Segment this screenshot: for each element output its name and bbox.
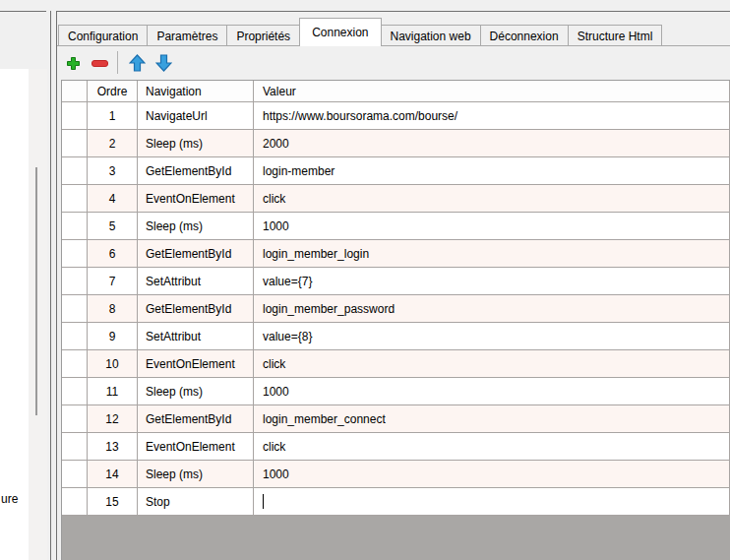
row-header-cell[interactable] xyxy=(62,350,88,378)
cell-ordre[interactable]: 7 xyxy=(88,268,138,295)
move-down-button[interactable] xyxy=(151,50,176,76)
cell-ordre[interactable]: 5 xyxy=(88,213,138,240)
tab-connexion[interactable]: Connexion xyxy=(299,18,381,46)
cell-valeur[interactable]: 2000 xyxy=(254,130,730,157)
row-header-cell[interactable] xyxy=(62,185,88,213)
row-header-cell[interactable] xyxy=(62,405,88,433)
grid-row-8: 8GetElementByIdlogin_member_password xyxy=(62,295,730,323)
cell-valeur[interactable]: login_member_login xyxy=(254,240,730,268)
tab-navigation-web[interactable]: Navigation web xyxy=(381,25,481,46)
row-header-cell[interactable] xyxy=(62,213,88,240)
arrow-up-icon xyxy=(129,54,146,72)
tab-parametres[interactable]: Paramètres xyxy=(147,25,227,46)
cell-navigation[interactable]: Sleep (ms) xyxy=(138,213,254,240)
cell-valeur[interactable]: value={7} xyxy=(254,268,730,295)
left-panel-gutter xyxy=(29,69,47,560)
row-header-cell[interactable] xyxy=(62,461,88,488)
cell-navigation[interactable]: Sleep (ms) xyxy=(138,378,254,405)
move-up-button[interactable] xyxy=(124,50,150,76)
grid-row-6: 6GetElementByIdlogin_member_login xyxy=(62,240,730,268)
cell-navigation[interactable]: Sleep (ms) xyxy=(138,461,254,488)
grid-header-row: OrdreNavigationValeur xyxy=(62,81,730,102)
row-header-cell[interactable] xyxy=(62,378,88,405)
left-panel-scrollbar[interactable] xyxy=(35,167,37,415)
cell-ordre[interactable]: 13 xyxy=(88,433,138,461)
tab-proprietes[interactable]: Propriétés xyxy=(226,25,300,46)
cell-valeur[interactable]: login-member xyxy=(254,157,730,185)
column-header-ordre[interactable]: Ordre xyxy=(88,81,138,102)
tab-configuration[interactable]: Configuration xyxy=(58,25,148,46)
grid-row-9: 9SetAttributvalue={8} xyxy=(62,323,730,350)
tab-strip-bottom-border xyxy=(57,45,730,46)
cell-valeur[interactable]: click xyxy=(254,433,730,461)
add-row-button[interactable] xyxy=(60,50,86,76)
grid-row-7: 7SetAttributvalue={7} xyxy=(62,268,730,295)
row-header-cell[interactable] xyxy=(62,157,88,185)
cell-navigation[interactable]: EventOnElement xyxy=(138,350,254,378)
cell-ordre[interactable]: 3 xyxy=(88,157,138,185)
app-window: { "left_panel": { "truncated_text": "ure… xyxy=(0,0,730,560)
cell-ordre[interactable]: 11 xyxy=(88,378,138,405)
grid-row-2: 2Sleep (ms)2000 xyxy=(62,130,730,157)
grid-row-5: 5Sleep (ms)1000 xyxy=(62,213,730,240)
cell-ordre[interactable]: 2 xyxy=(88,130,138,157)
row-header-cell[interactable] xyxy=(62,433,88,461)
tab-structure-html[interactable]: Structure Html xyxy=(568,25,663,46)
text-caret xyxy=(263,494,264,509)
grid-row-4: 4EventOnElementclick xyxy=(62,185,730,213)
cell-ordre[interactable]: 10 xyxy=(88,350,138,378)
cell-navigation[interactable]: GetElementById xyxy=(138,295,254,323)
cell-navigation[interactable]: GetElementById xyxy=(138,405,254,433)
cell-valeur[interactable]: login_member_connect xyxy=(254,405,730,433)
remove-row-button[interactable] xyxy=(87,50,112,76)
cell-ordre[interactable]: 9 xyxy=(88,323,138,350)
cell-valeur[interactable]: click xyxy=(254,350,730,378)
cell-ordre[interactable]: 12 xyxy=(88,405,138,433)
grid-row-14: 14Sleep (ms)1000 xyxy=(62,461,730,488)
grid-row-11: 11Sleep (ms)1000 xyxy=(62,378,730,405)
cell-valeur[interactable]: login_member_password xyxy=(254,295,730,323)
row-header-cell[interactable] xyxy=(62,323,88,350)
cell-valeur[interactable] xyxy=(254,488,730,516)
column-header-valeur[interactable]: Valeur xyxy=(254,81,730,102)
cell-ordre[interactable]: 6 xyxy=(88,240,138,268)
cell-valeur[interactable]: https://www.boursorama.com/bourse/ xyxy=(254,102,730,130)
minus-icon xyxy=(91,60,108,67)
cell-valeur[interactable]: 1000 xyxy=(254,378,730,405)
cell-navigation[interactable]: EventOnElement xyxy=(138,433,254,461)
cell-valeur[interactable]: 1000 xyxy=(254,461,730,488)
cell-valeur[interactable]: 1000 xyxy=(254,213,730,240)
cell-navigation[interactable]: SetAttribut xyxy=(138,268,254,295)
row-header-cell[interactable] xyxy=(62,130,88,157)
cell-ordre[interactable]: 1 xyxy=(88,102,138,130)
cell-navigation[interactable]: GetElementById xyxy=(138,157,254,185)
row-header-cell[interactable] xyxy=(62,295,88,323)
left-panel-truncated-label: ure xyxy=(1,492,18,506)
toolbar-separator xyxy=(117,51,118,74)
left-panel-top-border xyxy=(0,11,46,12)
cell-navigation[interactable]: EventOnElement xyxy=(138,185,254,213)
row-header-cell[interactable] xyxy=(62,102,88,130)
navigation-steps-grid: OrdreNavigationValeur1NavigateUrlhttps:/… xyxy=(61,80,730,560)
row-header-cell[interactable] xyxy=(62,488,88,516)
tab-deconnexion[interactable]: Déconnexion xyxy=(480,25,569,46)
grid-row-3: 3GetElementByIdlogin-member xyxy=(62,157,730,185)
cell-ordre[interactable]: 8 xyxy=(88,295,138,323)
cell-navigation[interactable]: GetElementById xyxy=(138,240,254,268)
main-panel-left-border xyxy=(56,11,57,560)
cell-navigation[interactable]: NavigateUrl xyxy=(138,102,254,130)
cell-navigation[interactable]: Sleep (ms) xyxy=(138,130,254,157)
cell-ordre[interactable]: 14 xyxy=(88,461,138,488)
cell-ordre[interactable]: 15 xyxy=(88,488,138,516)
cell-navigation[interactable]: Stop xyxy=(138,488,254,516)
row-header-cell[interactable] xyxy=(62,240,88,268)
grid-row-10: 10EventOnElementclick xyxy=(62,350,730,378)
cell-ordre[interactable]: 4 xyxy=(88,185,138,213)
column-header-navigation[interactable]: Navigation xyxy=(138,81,254,102)
cell-navigation[interactable]: SetAttribut xyxy=(138,323,254,350)
cell-valeur[interactable]: value={8} xyxy=(254,323,730,350)
row-header-cell[interactable] xyxy=(62,268,88,295)
arrow-down-icon xyxy=(155,54,172,72)
panel-splitter[interactable] xyxy=(50,11,51,560)
cell-valeur[interactable]: click xyxy=(254,185,730,213)
